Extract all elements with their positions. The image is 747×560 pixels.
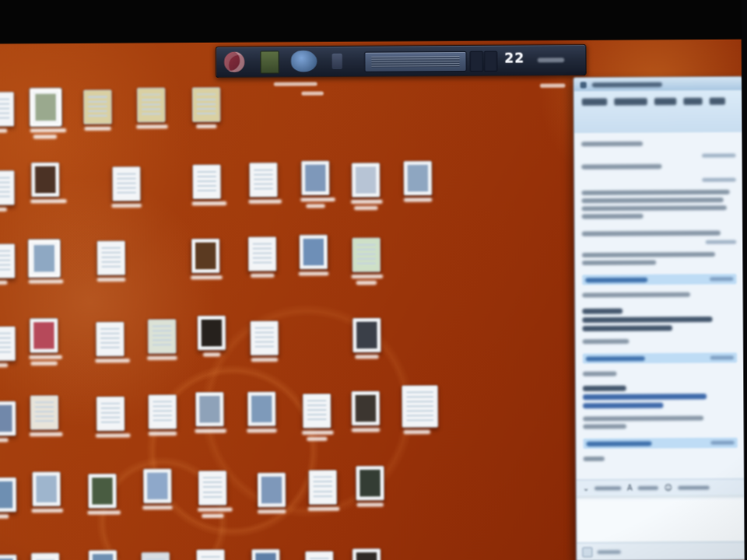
header-toolbar-item-smudge[interactable] (614, 98, 647, 105)
desktop-icon[interactable] (355, 466, 385, 507)
desktop-icon[interactable] (30, 89, 60, 139)
message-input-area[interactable] (577, 495, 745, 542)
desktop-icon[interactable] (0, 478, 17, 519)
desktop-icon[interactable] (257, 473, 287, 514)
header-toolbar-item-smudge[interactable] (683, 98, 702, 105)
photo-wrapper: 22 ⌄A☺ (0, 0, 747, 560)
desktop-icon[interactable] (247, 391, 277, 432)
desktop-icon[interactable] (251, 549, 281, 560)
document-icon (148, 319, 177, 354)
desktop-icon[interactable] (141, 552, 171, 560)
desktop-icon[interactable] (95, 322, 125, 363)
header-toolbar-item-smudge[interactable] (710, 97, 725, 104)
document-lines (102, 247, 121, 269)
desktop-icon[interactable] (88, 550, 118, 560)
document-icon (142, 552, 170, 560)
desktop-icon[interactable] (0, 170, 16, 212)
thumbnail-image (93, 554, 114, 560)
desktop-icon[interactable] (402, 385, 432, 434)
document-icon (192, 87, 221, 122)
header-toolbar-item-smudge[interactable] (582, 98, 607, 105)
window-list-button[interactable] (364, 51, 467, 72)
timestamp-row (582, 240, 736, 245)
chat-window[interactable]: ⌄A☺ (573, 76, 745, 560)
icon-label-smudge (202, 514, 223, 518)
desktop-icon[interactable] (96, 397, 126, 438)
photo-thumbnail-icon (88, 474, 117, 509)
chat-window-titlebar[interactable] (573, 77, 742, 92)
desktop-icon[interactable] (28, 240, 58, 284)
header-toolbar-item-smudge[interactable] (654, 98, 676, 105)
desktop-icon[interactable] (247, 236, 278, 278)
desktop-icon[interactable] (304, 551, 335, 560)
link-text-smudge[interactable] (583, 403, 663, 409)
network-launcher-icon[interactable] (291, 51, 317, 72)
desktop-icon[interactable] (82, 89, 113, 131)
tray-applet-icon[interactable] (470, 51, 483, 72)
desktop-icon[interactable] (198, 471, 228, 518)
desktop-icon[interactable] (248, 163, 279, 204)
message-text-smudge (583, 339, 630, 344)
desktop-icon[interactable] (0, 92, 15, 133)
desktop-icon[interactable] (195, 549, 226, 560)
desktop-icon[interactable] (147, 319, 177, 360)
tray-applet-icon[interactable] (484, 51, 497, 72)
desktop-icon[interactable] (0, 555, 18, 560)
desktop-icon[interactable] (30, 163, 61, 204)
desktop-icon[interactable] (31, 471, 61, 513)
desktop-icon[interactable] (351, 237, 381, 285)
desktop-icon[interactable] (87, 474, 117, 515)
files-launcher-icon[interactable] (260, 51, 279, 73)
format-tool-icon[interactable]: ⌄ (583, 484, 590, 492)
desktop-icon[interactable] (249, 320, 279, 362)
icon-label-smudge (247, 429, 276, 432)
desktop-icon[interactable] (147, 394, 177, 436)
desktop-icon[interactable] (351, 391, 381, 432)
desktop-icon[interactable] (142, 468, 173, 509)
status-buddy-icon[interactable] (582, 547, 592, 557)
thumbnail-image (0, 481, 12, 509)
desktop-icon[interactable] (352, 548, 382, 560)
desktop-icon[interactable] (0, 326, 16, 367)
desktop-icon[interactable] (352, 318, 382, 359)
applet-small-icon[interactable] (332, 54, 342, 69)
desktop-icon[interactable] (29, 318, 59, 366)
desktop-icon[interactable] (136, 88, 167, 129)
desktop-icon[interactable] (403, 161, 433, 202)
desktop-icon[interactable] (307, 470, 338, 511)
icon-label-smudge (299, 271, 328, 275)
desktop-icon[interactable] (30, 553, 61, 560)
desktop-icon[interactable] (302, 394, 332, 441)
format-tool-icon[interactable]: ☺ (664, 484, 672, 492)
desktop-icon[interactable] (96, 240, 126, 282)
media-launcher-icon[interactable] (224, 52, 244, 72)
desktop-icon[interactable] (30, 395, 60, 436)
timestamp-smudge (702, 153, 736, 157)
desktop-icon[interactable] (111, 166, 142, 208)
document-icon (31, 553, 60, 560)
link-text-smudge[interactable] (583, 394, 707, 400)
desktop-icon[interactable] (191, 87, 222, 128)
chat-header-toolbar[interactable] (582, 97, 735, 105)
desktop-icon[interactable] (0, 243, 16, 285)
desktop-icon[interactable] (0, 401, 17, 443)
message-text-smudge (582, 261, 656, 266)
document-lines (153, 401, 172, 423)
format-tool-icon[interactable]: A (627, 484, 633, 492)
desktop-icon[interactable] (197, 316, 227, 357)
desktop-icon[interactable] (191, 239, 221, 280)
document-icon (96, 240, 125, 275)
photo-thumbnail-icon (356, 466, 384, 501)
icon-label-smudge (0, 514, 9, 518)
desktop-icon[interactable] (351, 163, 381, 210)
desktop-icon[interactable] (195, 392, 225, 433)
icon-label-smudge (33, 135, 57, 138)
taskbar-panel[interactable]: 22 (216, 44, 587, 78)
conversation-history[interactable] (574, 132, 745, 480)
formatting-toolbar[interactable]: ⌄A☺ (577, 478, 745, 496)
desktop-icon[interactable] (191, 164, 222, 205)
icon-label-smudge (0, 281, 7, 285)
desktop-icon[interactable] (299, 235, 329, 276)
clock-applet[interactable]: 22 (504, 50, 524, 65)
desktop-icon[interactable] (300, 161, 331, 208)
